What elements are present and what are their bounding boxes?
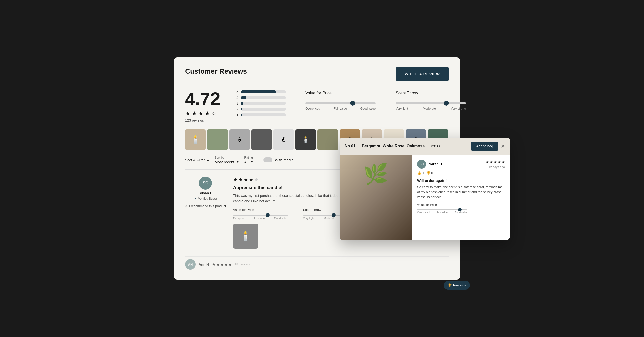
sort-filter-button[interactable]: Sort & Filter ▲ xyxy=(185,158,209,162)
popup-avatar: SH xyxy=(417,160,426,169)
review-count: 123 reviews xyxy=(185,118,204,122)
star-2: ★ xyxy=(192,110,197,117)
bar-row-3: 3 xyxy=(235,101,290,105)
helpful-down-button[interactable]: 👎 0 xyxy=(426,171,433,175)
rewards-icon: 🏆 xyxy=(448,283,452,287)
sliders-summary: Value for Price Overpriced Fair value Go… xyxy=(305,91,466,110)
review-scent-thumb xyxy=(332,213,336,217)
with-media-toggle[interactable]: With media xyxy=(263,157,294,162)
scent-throw-labels: Very light Moderate Very strong xyxy=(396,107,466,110)
popup-reviewer-row: SH Sarah H ★ ★ ★ ★ ★ 12 days ago xyxy=(417,160,505,169)
popup-helpful-row: 👍 0 👎 0 xyxy=(417,171,505,175)
check-icon: ✔ xyxy=(194,197,197,201)
popup-review-date: 12 days ago xyxy=(489,165,505,169)
value-for-price-labels: Overpriced Fair value Good value xyxy=(305,107,376,110)
popup-stars: ★ ★ ★ ★ ★ xyxy=(485,160,505,164)
recommend-text: ✔ I recommend this product xyxy=(185,204,226,208)
close-popup-button[interactable]: ✕ xyxy=(501,143,505,149)
star-5: ☆ xyxy=(211,110,217,117)
thumbs-down-icon: 👎 xyxy=(426,171,430,175)
value-for-price-track xyxy=(305,102,376,104)
thumbs-up-icon: 👍 xyxy=(417,171,421,175)
value-for-price-thumb xyxy=(350,101,355,106)
bar-row-1: 1 xyxy=(235,113,290,117)
gallery-image-7[interactable] xyxy=(317,129,338,150)
popup-review-title: Will order again! xyxy=(417,178,505,183)
helpful-up-button[interactable]: 👍 0 xyxy=(417,171,424,175)
popup-body: 🌿 SH Sarah H ★ ★ ★ ★ ★ xyxy=(340,155,510,240)
product-popup: No 01 — Bergamot, White Rose, Oakmoss $2… xyxy=(340,138,510,240)
star-4: ★ xyxy=(205,110,210,117)
bar-row-4: 4 xyxy=(235,96,290,100)
sort-by-dropdown[interactable]: Sort by Most recent ▼ xyxy=(214,156,239,164)
add-to-bag-button[interactable]: Add to bag xyxy=(471,142,498,151)
bar-row-2: 2 xyxy=(235,107,290,111)
rating-score: 4.72 xyxy=(185,90,220,108)
toggle-switch[interactable] xyxy=(263,157,272,162)
page-title: Customer Reviews xyxy=(185,67,247,75)
popup-value-thumb xyxy=(458,208,462,211)
write-review-button[interactable]: WRITE A REVIEW xyxy=(396,67,449,81)
next-reviewer-row: AH Ann H ★★★★★ 18 days ago xyxy=(185,256,449,270)
rating-chevron-icon: ▼ xyxy=(250,160,253,164)
next-reviewer-date: 18 days ago xyxy=(235,263,251,266)
rating-button[interactable]: All ▼ xyxy=(244,160,253,164)
rating-bar-chart: 5 4 3 2 1 xyxy=(235,90,290,117)
sort-by-chevron-icon: ▼ xyxy=(236,160,239,164)
verified-badge: ✔ Verified Buyer xyxy=(194,197,217,201)
review-value-thumb xyxy=(266,213,270,217)
sort-by-button[interactable]: Most recent ▼ xyxy=(214,160,239,164)
popup-review-body: So easy to make, the scent is a soft ros… xyxy=(417,185,505,200)
reviews-header: Customer Reviews WRITE A REVIEW xyxy=(185,67,449,81)
rating-stars: ★ ★ ★ ★ ☆ xyxy=(185,110,217,117)
big-rating: 4.72 ★ ★ ★ ★ ☆ 123 reviews xyxy=(185,90,220,122)
value-for-price-title: Value for Price xyxy=(305,91,376,95)
rewards-badge[interactable]: 🏆 Rewards xyxy=(444,281,470,290)
reviewer-name: Susan C xyxy=(198,191,212,195)
gallery-image-4[interactable] xyxy=(251,129,272,150)
scent-throw-title: Scent Throw xyxy=(396,91,466,95)
gallery-image-5[interactable]: 🕯 xyxy=(273,129,294,150)
reviewer-avatar: SC xyxy=(199,177,212,190)
gallery-image-3[interactable]: 🕯 xyxy=(229,129,250,150)
popup-product-title: No 01 — Bergamot, White Rose, Oakmoss xyxy=(345,144,425,148)
gallery-image-1[interactable]: 🕯️ xyxy=(185,129,206,150)
review-value-slider: Value for Price Overpriced Fair value Go… xyxy=(233,208,288,220)
value-for-price-slider: Value for Price Overpriced Fair value Go… xyxy=(305,91,376,110)
popup-review: SH Sarah H ★ ★ ★ ★ ★ 12 days ago xyxy=(412,155,510,240)
rating-summary-row: 4.72 ★ ★ ★ ★ ☆ 123 reviews 5 4 xyxy=(185,90,449,122)
popup-price: $28.00 xyxy=(430,144,441,148)
gallery-image-2[interactable] xyxy=(207,129,228,150)
star-1: ★ xyxy=(185,110,191,117)
scent-throw-slider: Scent Throw Very light Moderate Very str… xyxy=(396,91,466,110)
gallery-image-6[interactable]: 🕯️ xyxy=(295,129,316,150)
check-recommend-icon: ✔ xyxy=(185,204,188,208)
popup-reviewer-name: Sarah H xyxy=(429,162,442,166)
review-photo[interactable]: 🕯️ xyxy=(233,224,258,249)
popup-reviewer-info: SH Sarah H xyxy=(417,160,442,169)
star-3: ★ xyxy=(198,110,204,117)
reviewer-info: SC Susan C ✔ Verified Buyer ✔ I recommen… xyxy=(185,177,226,249)
scent-throw-thumb xyxy=(444,101,449,106)
popup-value-slider: Value for Price Overpriced Fair value Go… xyxy=(417,203,505,214)
sort-filter-chevron-icon: ▲ xyxy=(206,158,209,162)
popup-header: No 01 — Bergamot, White Rose, Oakmoss $2… xyxy=(340,138,510,155)
popup-product-image: 🌿 xyxy=(340,155,412,240)
next-avatar: AH xyxy=(185,259,196,270)
scent-throw-track xyxy=(396,102,466,104)
rating-dropdown[interactable]: Rating All ▼ xyxy=(244,156,253,164)
bar-row-5: 5 xyxy=(235,90,290,94)
next-reviewer-name: Ann H xyxy=(199,262,209,266)
